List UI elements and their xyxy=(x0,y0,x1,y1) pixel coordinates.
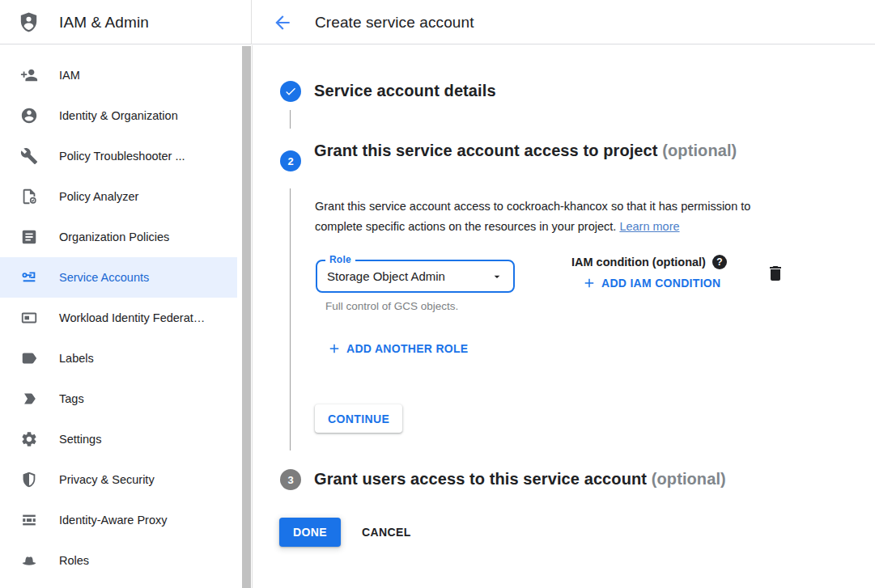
product-title: IAM & Admin xyxy=(59,14,149,32)
sidebar-item-labels[interactable]: Labels xyxy=(0,338,237,379)
sidebar-item-settings[interactable]: Settings xyxy=(0,419,237,459)
step3-title-text: Grant users access to this service accou… xyxy=(314,470,647,488)
sidebar-item-privacy-security[interactable]: Privacy & Security xyxy=(0,459,237,500)
tag-arrow-icon xyxy=(19,389,39,408)
wrench-icon xyxy=(19,146,39,166)
hat-icon xyxy=(19,551,39,570)
document-list-icon xyxy=(19,227,39,247)
sidebar-item-label: Tags xyxy=(59,392,84,405)
sidebar-item-label: Policy Analyzer xyxy=(59,190,138,203)
step1-title: Service account details xyxy=(314,82,496,100)
step2-description-text: Grant this service account access to coc… xyxy=(315,200,750,233)
sidebar-item-tags[interactable]: Tags xyxy=(0,379,237,419)
step2-optional-label: (optional) xyxy=(662,142,737,159)
page-title: Create service account xyxy=(315,14,474,32)
chevron-down-icon xyxy=(491,270,503,283)
plus-icon xyxy=(327,341,342,356)
step1-complete-indicator xyxy=(280,81,301,102)
back-arrow-button[interactable] xyxy=(272,12,293,33)
sidebar-item-label: Organization Policies xyxy=(59,231,169,243)
role-field-label: Role xyxy=(325,254,355,265)
sidebar-item-iam[interactable]: IAM xyxy=(0,55,237,95)
step2-number: 2 xyxy=(287,155,293,167)
sidebar-item-label: Identity-Aware Proxy xyxy=(59,514,168,527)
step2-description: Grant this service account access to coc… xyxy=(315,197,796,237)
sidebar-item-identity-aware-proxy[interactable]: Identity-Aware Proxy xyxy=(0,500,237,540)
add-another-role-label: ADD ANOTHER ROLE xyxy=(346,342,469,355)
sidebar-item-policy-troubleshooter[interactable]: Policy Troubleshooter ... xyxy=(0,136,237,176)
sidebar-item-label: Labels xyxy=(59,352,94,365)
iam-condition-label: IAM condition (optional) ? xyxy=(571,255,727,269)
step-connector-line xyxy=(290,110,291,129)
page-header: Create service account xyxy=(253,0,875,44)
step2-indicator: 2 xyxy=(280,150,301,171)
help-icon[interactable]: ? xyxy=(712,255,727,269)
step2-title: Grant this service account access to pro… xyxy=(314,137,767,164)
sidebar-item-service-accounts[interactable]: Service Accounts xyxy=(0,257,237,298)
iam-condition-label-text: IAM condition (optional) xyxy=(571,256,706,269)
identity-card-icon xyxy=(19,308,39,328)
sidebar-item-workload-identity-federation[interactable]: Workload Identity Federat… xyxy=(0,298,237,338)
label-icon xyxy=(19,349,39,368)
sidebar-item-organization-policies[interactable]: Organization Policies xyxy=(0,217,237,257)
sidebar-item-identity-organization[interactable]: Identity & Organization xyxy=(0,95,237,136)
role-select[interactable]: Role Storage Object Admin xyxy=(316,260,515,293)
iap-icon xyxy=(19,510,39,530)
step3-indicator: 3 xyxy=(280,469,301,490)
add-iam-condition-label: ADD IAM CONDITION xyxy=(601,277,720,290)
plus-icon xyxy=(582,276,597,290)
sidebar-item-policy-analyzer[interactable]: Policy Analyzer xyxy=(0,176,237,217)
sidebar-nav: IAM Identity & Organization Policy Troub… xyxy=(0,45,252,581)
sidebar-item-label: Roles xyxy=(59,554,89,567)
step3-number: 3 xyxy=(287,474,293,486)
trash-icon xyxy=(766,264,785,283)
sidebar-item-label: Service Accounts xyxy=(59,271,149,284)
shield-half-icon xyxy=(19,470,39,489)
role-helper-text: Full control of GCS objects. xyxy=(325,300,458,312)
add-another-role-button[interactable]: ADD ANOTHER ROLE xyxy=(327,341,469,356)
add-iam-condition-button[interactable]: ADD IAM CONDITION xyxy=(582,276,720,290)
identity-person-icon xyxy=(19,106,39,125)
top-bar: IAM & Admin Create service account xyxy=(0,0,875,44)
sidebar-item-label: Policy Troubleshooter ... xyxy=(59,150,185,163)
delete-role-button[interactable] xyxy=(766,264,785,283)
sidebar-item-label: Settings xyxy=(59,433,101,446)
sidebar-item-label: Workload Identity Federat… xyxy=(59,311,205,324)
continue-button[interactable]: CONTINUE xyxy=(315,404,402,433)
sidebar-item-label: IAM xyxy=(59,69,80,82)
done-button[interactable]: DONE xyxy=(279,518,341,547)
policy-analyzer-icon xyxy=(19,187,39,206)
sidebar-item-label: Identity & Organization xyxy=(59,109,178,122)
person-add-icon xyxy=(19,66,39,85)
sidebar-item-roles[interactable]: Roles xyxy=(0,540,237,581)
arrow-left-icon xyxy=(272,12,293,33)
role-selected-value: Storage Object Admin xyxy=(327,269,445,283)
sidebar-item-label: Privacy & Security xyxy=(59,473,155,486)
gear-icon xyxy=(19,429,39,449)
check-icon xyxy=(284,85,297,98)
create-service-account-wizard: Service account details 2 Grant this ser… xyxy=(253,45,875,588)
learn-more-link[interactable]: Learn more xyxy=(619,220,679,233)
product-brand: IAM & Admin xyxy=(0,0,252,44)
sidebar-scrollbar[interactable] xyxy=(242,46,251,588)
cancel-button[interactable]: CANCEL xyxy=(349,518,424,547)
service-account-key-icon xyxy=(19,268,39,287)
step3-optional-label: (optional) xyxy=(652,470,726,488)
iam-shield-icon xyxy=(18,11,40,34)
step3-title: Grant users access to this service accou… xyxy=(314,470,726,489)
step2-title-text: Grant this service account access to pro… xyxy=(314,142,658,159)
sidebar: IAM Identity & Organization Policy Troub… xyxy=(0,45,253,588)
step2-rail-line xyxy=(290,188,291,451)
iam-admin-page: IAM & Admin Create service account IAM xyxy=(0,0,875,588)
